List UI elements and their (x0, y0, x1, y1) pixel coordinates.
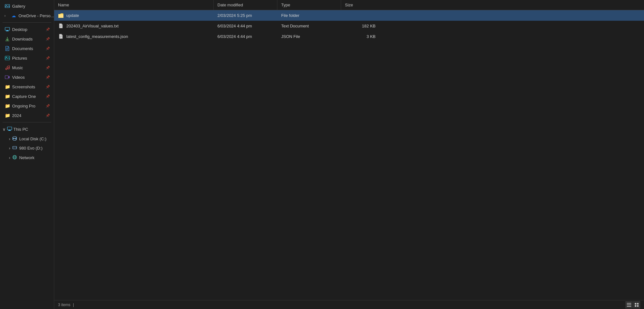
svg-rect-18 (7, 127, 12, 130)
svg-marker-17 (8, 76, 10, 78)
music-icon (4, 65, 10, 70)
sidebar-item-screenshots[interactable]: 📁 Screenshots 📌 (1, 82, 53, 91)
file-date-cell: 6/03/2024 4:44 pm (214, 21, 277, 31)
text-file-icon (58, 23, 64, 29)
svg-point-21 (13, 136, 17, 138)
file-date-cell: 6/03/2024 4:44 pm (214, 32, 277, 41)
svg-rect-19 (9, 130, 11, 130)
sidebar: Gallery › ☁ OneDrive - Perso... Desktop … (0, 0, 54, 309)
drive-icon (12, 136, 17, 142)
sidebar-item-label: 980 Evo (D:) (19, 146, 42, 151)
table-row[interactable]: 202403_AirVisual_values.txt 6/03/2024 4:… (54, 21, 644, 31)
pin-icon: 📌 (46, 47, 50, 51)
svg-rect-4 (6, 31, 9, 31)
chevron-icon: › (4, 14, 9, 18)
svg-rect-45 (635, 305, 636, 307)
column-header-type[interactable]: Type (277, 0, 341, 10)
folder-icon: 📁 (4, 93, 10, 99)
sidebar-item-onedrive[interactable]: › ☁ OneDrive - Perso... (1, 11, 53, 20)
sidebar-item-local-c[interactable]: › Local Disk (C:) (1, 135, 53, 143)
tiles-view-button[interactable] (633, 301, 640, 308)
network-icon (12, 155, 17, 161)
svg-rect-42 (627, 306, 631, 307)
column-header-size[interactable]: Size (341, 0, 379, 10)
sidebar-item-label: Documents (12, 46, 33, 51)
sidebar-item-thispc[interactable]: ∨ This PC (1, 125, 53, 134)
sidebar-item-label: Desktop (12, 27, 27, 32)
status-bar: 3 items | (54, 300, 644, 309)
sidebar-item-label: Ongoing Pro (12, 104, 35, 108)
table-row[interactable]: update 2/03/2024 5:25 pm File folder (54, 10, 644, 21)
sidebar-item-ongoingpro[interactable]: 📁 Ongoing Pro 📌 (1, 101, 53, 110)
file-type-cell: JSON File (277, 32, 341, 41)
sidebar-item-label: Videos (12, 75, 25, 80)
sidebar-divider-1 (3, 22, 51, 23)
sidebar-divider-2 (3, 122, 51, 122)
file-name: latest_config_measurements.json (66, 34, 128, 39)
folder-icon: 📁 (4, 113, 10, 118)
sidebar-item-label: Gallery (12, 4, 25, 9)
file-name: update (66, 13, 79, 18)
file-date-cell: 2/03/2024 5:25 pm (214, 11, 277, 20)
sidebar-item-label: Downloads (12, 37, 33, 41)
table-row[interactable]: latest_config_measurements.json 6/03/202… (54, 31, 644, 42)
svg-rect-3 (6, 30, 8, 31)
column-header-date[interactable]: Date modified (214, 0, 277, 10)
sidebar-item-gallery[interactable]: Gallery (1, 2, 53, 11)
pin-icon: 📌 (46, 37, 50, 41)
screenshots-icon: 📁 (4, 84, 10, 90)
svg-rect-0 (5, 4, 10, 8)
svg-rect-16 (5, 76, 8, 79)
svg-rect-43 (635, 303, 636, 305)
documents-icon (4, 46, 10, 51)
sidebar-item-label: Local Disk (C:) (19, 136, 46, 141)
pin-icon: 📌 (46, 85, 50, 89)
sidebar-item-label: Capture One (12, 94, 36, 99)
sidebar-item-videos[interactable]: Videos 📌 (1, 73, 53, 82)
sidebar-item-music[interactable]: Music 📌 (1, 63, 53, 72)
videos-icon (4, 74, 10, 80)
downloads-icon (4, 36, 10, 42)
drive-icon (12, 145, 17, 151)
folder-icon (58, 12, 64, 18)
folder-icon: 📁 (4, 103, 10, 109)
pin-icon: 📌 (46, 56, 50, 60)
file-size-cell: 3 KB (341, 32, 379, 41)
sidebar-item-980evo[interactable]: › 980 Evo (D:) (1, 144, 53, 152)
file-type-cell: Text Document (277, 21, 341, 31)
svg-point-11 (6, 68, 7, 70)
file-size-cell (341, 13, 379, 18)
sidebar-item-desktop[interactable]: Desktop 📌 (1, 25, 53, 34)
chevron-icon: › (9, 146, 10, 151)
svg-line-15 (7, 66, 10, 66)
sidebar-item-network[interactable]: › Network (1, 153, 53, 162)
pin-icon: 📌 (46, 66, 50, 70)
main-content: Name Date modified Type Size update 2/03 (54, 0, 644, 309)
pin-icon: 📌 (46, 94, 50, 99)
desktop-icon (4, 26, 10, 32)
chevron-icon: ∨ (3, 127, 6, 132)
sidebar-item-pictures[interactable]: Pictures 📌 (1, 54, 53, 63)
file-list-header: Name Date modified Type Size (54, 0, 644, 10)
file-name-cell: 202403_AirVisual_values.txt (54, 21, 214, 31)
sidebar-item-documents[interactable]: Documents 📌 (1, 44, 53, 53)
svg-rect-41 (627, 305, 631, 305)
sidebar-item-2024[interactable]: 📁 2024 📌 (1, 111, 53, 120)
status-separator: | (73, 303, 74, 307)
sidebar-item-label: This PC (13, 127, 28, 132)
svg-point-12 (8, 68, 10, 69)
chevron-icon: › (9, 155, 10, 160)
svg-point-25 (16, 139, 16, 140)
svg-rect-2 (5, 27, 10, 30)
json-file-icon (58, 33, 64, 39)
svg-point-24 (13, 138, 17, 140)
svg-rect-44 (637, 303, 639, 305)
pin-icon: 📌 (46, 27, 50, 32)
sidebar-item-downloads[interactable]: Downloads 📌 (1, 34, 53, 43)
svg-rect-46 (637, 305, 639, 307)
details-view-button[interactable] (626, 301, 633, 308)
sidebar-item-captureone[interactable]: 📁 Capture One 📌 (1, 92, 53, 101)
file-name-cell: update (54, 10, 214, 20)
gallery-icon (4, 3, 10, 9)
column-header-name[interactable]: Name (54, 0, 214, 10)
